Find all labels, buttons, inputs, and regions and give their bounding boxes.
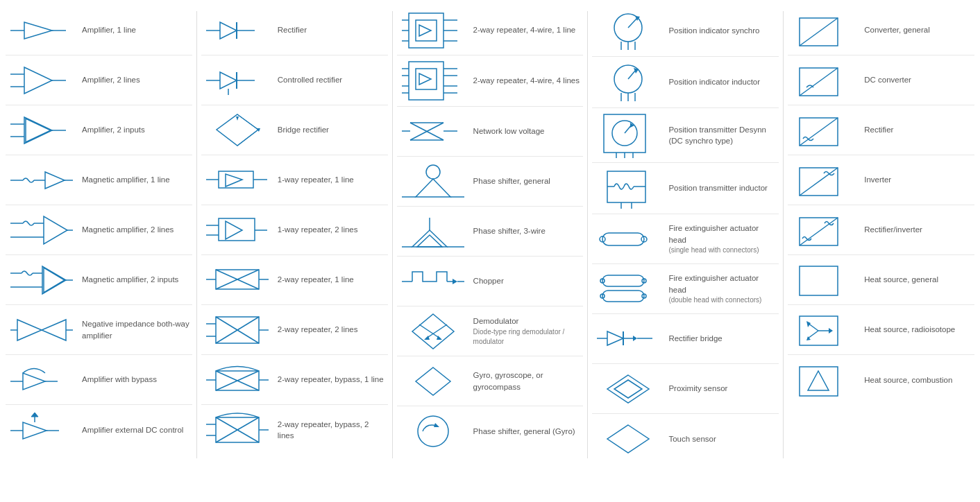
label-heatsrcrad: Heat source, radioisotope [859, 324, 973, 335]
symbol-heatsrcrad [789, 311, 859, 349]
main-page: Amplifier, 1 line Amplifier, 2 lines [0, 0, 980, 469]
symbol-rep2way2 [203, 313, 272, 347]
label-rectbridge: Rectifier bridge [663, 333, 777, 344]
symbol-gyro [398, 364, 468, 399]
symbol-rect [203, 17, 272, 44]
list-item: 2-way repeater, bypass, 1 line [201, 355, 388, 405]
svg-rect-54 [219, 171, 253, 188]
list-item: Heat source, radioisotope [788, 305, 974, 355]
label-phasegyro: Phase shifter, general (Gyro) [468, 426, 582, 437]
svg-marker-29 [42, 320, 66, 340]
svg-marker-172 [607, 425, 649, 453]
svg-marker-40 [220, 22, 237, 39]
svg-marker-24 [42, 266, 66, 294]
svg-marker-32 [23, 373, 45, 390]
symbol-chopper [398, 262, 468, 300]
svg-marker-128 [416, 367, 450, 395]
svg-marker-111 [416, 179, 450, 197]
svg-marker-123 [412, 314, 454, 349]
list-item: Gyro, gyroscope, or gyrocompass [397, 356, 584, 406]
svg-marker-55 [226, 174, 242, 187]
label-phasegen: Phase shifter, general [468, 175, 582, 187]
svg-line-132 [628, 18, 637, 28]
label-inverter: Inverter [859, 174, 973, 185]
label-amp1: Amplifier, 1 line [76, 24, 191, 35]
column-1: Amplifier, 1 line Amplifier, 2 lines [3, 6, 195, 464]
symbol-dcconv [789, 61, 859, 99]
svg-line-50 [237, 130, 258, 146]
symbol-amp2 [7, 63, 76, 98]
symbol-amp2in [7, 113, 76, 148]
label-postransind: Position transmitter inductor [663, 182, 777, 193]
svg-marker-192 [808, 371, 829, 390]
label-posynchro: Position indicator synchro [663, 25, 777, 36]
symbol-rep2way1 [203, 264, 272, 295]
symbol-postransind [593, 166, 663, 211]
label-rep2way2: 2-way repeater, 2 lines [272, 324, 387, 335]
label-rep4w1l: 2-way repeater, 4-wire, 1 line [468, 24, 582, 35]
label-proxsensor: Proximity sensor [663, 383, 777, 394]
label-magamp2in: Magnetic amplifier, 2 inputs [76, 274, 191, 285]
list-item: Controlled rectifier [201, 55, 388, 105]
list-item: 1-way repeater, 1 line [201, 155, 388, 205]
list-item: Rectifier [788, 105, 974, 155]
list-item: 2-way repeater, 4-wire, 4 lines [397, 55, 584, 107]
svg-marker-165 [607, 331, 623, 345]
label-fireact2: Fire extinguisher actuator head (double … [663, 272, 777, 304]
symbol-convgen [789, 11, 859, 49]
divider-3 [587, 11, 588, 458]
list-item: Amplifier, 2 lines [6, 55, 192, 105]
list-item: Magnetic amplifier, 1 line [6, 155, 192, 205]
label-heatsrccomb: Heat source, combustion [859, 374, 973, 386]
svg-marker-190 [829, 328, 833, 334]
label-bridge: Bridge rectifier [272, 124, 387, 135]
svg-marker-168 [633, 336, 637, 341]
list-item: Touch sensor [592, 414, 779, 464]
svg-line-174 [800, 18, 838, 46]
symbol-fireact1 [593, 223, 663, 254]
label-rep2wayb1: 2-way repeater, bypass, 1 line [272, 374, 387, 385]
label-rep1way1: 1-way repeater, 1 line [272, 174, 387, 185]
svg-line-176 [800, 68, 838, 96]
symbol-phasegyro [398, 410, 468, 452]
svg-line-138 [628, 70, 636, 79]
list-item: 2-way repeater, 4-wire, 1 line [397, 6, 584, 55]
label-chopper: Chopper [468, 275, 582, 286]
divider-2 [392, 11, 393, 458]
symbol-magamp2in [7, 263, 76, 297]
svg-marker-87 [419, 25, 431, 36]
label-rectinv: Rectifier/inverter [859, 224, 973, 235]
svg-line-178 [800, 118, 838, 146]
label-magamp2: Magnetic amplifier, 2 lines [76, 224, 191, 235]
divider-4 [783, 11, 784, 458]
symbol-touchsensor [593, 422, 663, 456]
column-4: Position indicator synchro Position indi… [589, 6, 782, 464]
list-item: Amplifier external DC control [6, 405, 192, 455]
svg-marker-1 [24, 22, 52, 39]
svg-marker-35 [23, 422, 47, 439]
column-5: Converter, general DC converter [785, 6, 977, 464]
svg-rect-85 [409, 13, 443, 48]
symbol-negimpamp [7, 313, 76, 347]
svg-marker-19 [44, 216, 67, 244]
symbol-heatsrccomb [789, 361, 859, 399]
list-item: Position transmitter inductor [592, 163, 779, 214]
label-fireact1: Fire extinguisher actuator head (single … [663, 223, 777, 254]
svg-marker-38 [31, 413, 38, 417]
list-item: Magnetic amplifier, 2 lines [6, 205, 192, 255]
symbol-netlv [398, 116, 468, 147]
symbol-rep2wayb2 [203, 409, 272, 451]
list-item: Position indicator synchro [592, 6, 779, 57]
svg-rect-158 [602, 275, 644, 286]
symbol-ampbypass [7, 361, 76, 399]
svg-marker-171 [614, 380, 642, 398]
symbol-bridge [203, 111, 272, 149]
symbol-rect2 [789, 111, 859, 149]
symbol-inverter [789, 161, 859, 199]
label-touchsensor: Touch sensor [663, 433, 777, 444]
list-item: Rectifier/inverter [788, 205, 974, 255]
list-item: Fire extinguisher actuator head (double … [592, 264, 779, 314]
list-item: 2-way repeater, 1 line [201, 255, 388, 305]
symbol-proxsensor [593, 372, 663, 406]
symbol-rep1way2 [203, 213, 272, 248]
